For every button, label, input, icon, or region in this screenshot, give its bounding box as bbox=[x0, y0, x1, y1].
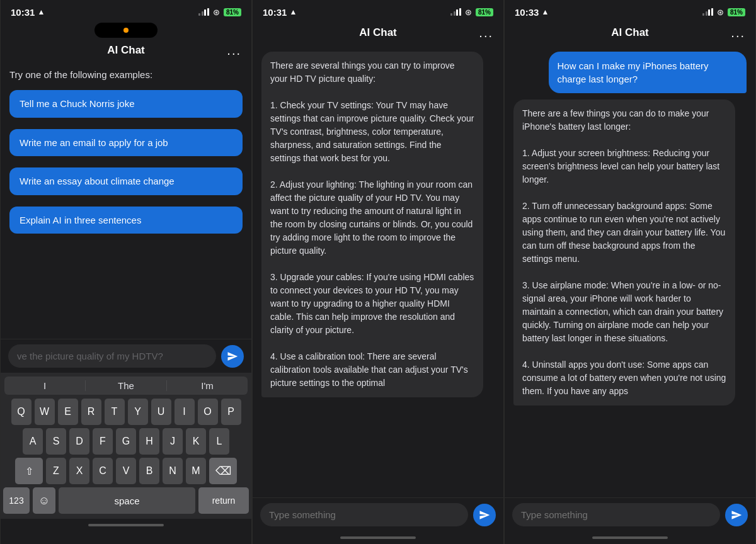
key-E[interactable]: E bbox=[58, 399, 78, 425]
key-H[interactable]: H bbox=[139, 428, 159, 455]
suggestion-btn-2[interactable]: Write me an email to apply for a job bbox=[9, 129, 243, 157]
key-return[interactable]: return bbox=[198, 487, 249, 514]
key-N[interactable]: N bbox=[163, 458, 183, 484]
status-bar-3: 10:33 ▲ ⊛ 81% bbox=[505, 0, 755, 23]
send-button-3[interactable] bbox=[725, 504, 748, 526]
keyboard-row-1: Q W E R T Y U I O P bbox=[3, 399, 249, 425]
chat-input-2[interactable] bbox=[260, 503, 468, 526]
phone-screen-3: 10:33 ▲ ⊛ 81% AI Chat ... How can I make… bbox=[504, 0, 756, 544]
battery-badge-3: 81% bbox=[728, 8, 745, 16]
key-R[interactable]: R bbox=[81, 399, 101, 425]
key-Q[interactable]: Q bbox=[11, 399, 32, 425]
key-X[interactable]: X bbox=[69, 458, 89, 484]
key-shift[interactable]: ⇧ bbox=[15, 458, 43, 484]
key-U[interactable]: U bbox=[151, 399, 171, 425]
key-C[interactable]: C bbox=[93, 458, 113, 484]
send-icon-1 bbox=[227, 351, 238, 362]
user-bubble-3: How can I make my iPhones battery charge… bbox=[549, 52, 747, 93]
key-D[interactable]: D bbox=[69, 428, 89, 455]
home-indicator-2 bbox=[253, 531, 503, 544]
ai-bubble-3: There are a few things you can do to mak… bbox=[513, 99, 735, 405]
key-delete[interactable]: ⌫ bbox=[209, 458, 237, 484]
phone-screen-1: 10:31 ▲ ⊛ 81% AI Chat ... Try one of the… bbox=[0, 0, 252, 544]
key-F[interactable]: F bbox=[93, 428, 113, 455]
battery-badge-2: 81% bbox=[476, 8, 493, 16]
keyboard-suggestions: I The I'm bbox=[4, 377, 248, 395]
keyboard-row-3: ⇧ Z X C V B N M ⌫ bbox=[3, 458, 249, 484]
status-bar-1: 10:31 ▲ ⊛ 81% bbox=[1, 0, 251, 23]
ai-response-3: There are a few things you can do to mak… bbox=[522, 108, 726, 396]
status-time-3: 10:33 ▲ bbox=[515, 7, 549, 18]
suggestion-btn-3[interactable]: Write an essay about climate change bbox=[9, 167, 243, 195]
location-icon-2: ▲ bbox=[289, 8, 297, 16]
key-B[interactable]: B bbox=[139, 458, 159, 484]
nav-title-2: AI Chat bbox=[359, 26, 397, 39]
chat-area-3[interactable]: How can I make my iPhones battery charge… bbox=[505, 44, 755, 497]
nav-more-1[interactable]: ... bbox=[227, 44, 241, 57]
nav-title-1: AI Chat bbox=[107, 44, 145, 57]
chat-input-1[interactable] bbox=[8, 344, 216, 368]
wifi-icon-3: ⊛ bbox=[717, 8, 724, 17]
key-I[interactable]: I bbox=[175, 399, 195, 425]
nav-title-3: AI Chat bbox=[611, 26, 649, 39]
dynamic-island-dot bbox=[123, 28, 129, 33]
key-V[interactable]: V bbox=[116, 458, 136, 484]
keyboard-row-bottom: 123 ☺ space return bbox=[3, 487, 249, 514]
nav-more-2[interactable]: ... bbox=[479, 26, 493, 39]
home-bar-3 bbox=[592, 536, 668, 539]
key-Y[interactable]: Y bbox=[128, 399, 148, 425]
chat-area-2[interactable]: There are several things you can try to … bbox=[253, 44, 503, 497]
status-time-1: 10:31 ▲ bbox=[11, 7, 45, 18]
signal-icon bbox=[198, 8, 209, 16]
key-T[interactable]: T bbox=[105, 399, 125, 425]
examples-label: Try one of the following examples: bbox=[9, 69, 243, 80]
home-bar-2 bbox=[340, 536, 416, 539]
key-space[interactable]: space bbox=[59, 487, 195, 514]
key-K[interactable]: K bbox=[186, 428, 206, 455]
status-bar-2: 10:31 ▲ ⊛ 81% bbox=[253, 0, 503, 23]
key-P[interactable]: P bbox=[221, 399, 241, 425]
status-right-3: ⊛ 81% bbox=[702, 8, 745, 17]
key-emoji[interactable]: ☺ bbox=[33, 487, 55, 514]
home-indicator-3 bbox=[505, 531, 755, 544]
key-W[interactable]: W bbox=[35, 399, 55, 425]
wifi-icon: ⊛ bbox=[213, 8, 220, 17]
location-icon-3: ▲ bbox=[541, 8, 549, 16]
key-O[interactable]: O bbox=[198, 399, 218, 425]
keyboard-row-2: A S D F G H J K L bbox=[3, 428, 249, 455]
chat-input-3[interactable] bbox=[512, 503, 720, 526]
wifi-icon-2: ⊛ bbox=[465, 8, 472, 17]
key-A[interactable]: A bbox=[23, 428, 43, 455]
suggestion-btn-4[interactable]: Explain AI in three sentences bbox=[9, 207, 243, 234]
suggestion-btn-1[interactable]: Tell me a Chuck Norris joke bbox=[9, 90, 243, 118]
chat-area-1: Try one of the following examples: Tell … bbox=[1, 62, 251, 339]
location-icon: ▲ bbox=[37, 8, 45, 16]
nav-more-3[interactable]: ... bbox=[731, 26, 745, 39]
ai-bubble-2: There are several things you can try to … bbox=[261, 52, 483, 397]
input-area-2 bbox=[253, 497, 503, 531]
key-M[interactable]: M bbox=[186, 458, 206, 484]
battery-badge-1: 81% bbox=[224, 8, 241, 16]
status-time-2: 10:31 ▲ bbox=[263, 7, 297, 18]
key-J[interactable]: J bbox=[163, 428, 183, 455]
status-right-2: ⊛ 81% bbox=[450, 8, 493, 17]
key-Z[interactable]: Z bbox=[46, 458, 66, 484]
input-area-1 bbox=[1, 339, 251, 373]
status-right-1: ⊛ 81% bbox=[198, 8, 241, 17]
send-icon-2 bbox=[479, 509, 490, 521]
keyboard-1: I The I'm Q W E R T Y U I O P A S D F G … bbox=[1, 373, 251, 519]
send-icon-3 bbox=[731, 509, 742, 521]
send-button-1[interactable] bbox=[221, 345, 244, 368]
nav-bar-2: AI Chat ... bbox=[253, 23, 503, 44]
key-123[interactable]: 123 bbox=[3, 487, 30, 514]
signal-icon-2 bbox=[450, 8, 461, 16]
key-G[interactable]: G bbox=[116, 428, 136, 455]
signal-icon-3 bbox=[702, 8, 713, 16]
user-message-3: How can I make my iPhones battery charge… bbox=[558, 60, 709, 84]
home-bar-1 bbox=[88, 524, 164, 526]
key-L[interactable]: L bbox=[209, 428, 229, 455]
input-area-3 bbox=[505, 497, 755, 531]
nav-bar-3: AI Chat ... bbox=[505, 23, 755, 44]
key-S[interactable]: S bbox=[46, 428, 66, 455]
send-button-2[interactable] bbox=[473, 504, 496, 526]
